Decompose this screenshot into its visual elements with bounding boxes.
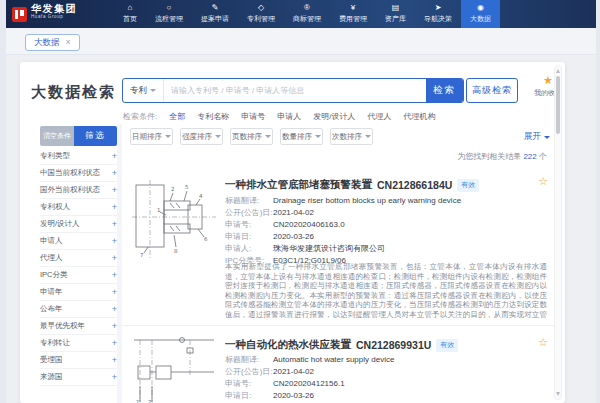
content-scrollbar[interactable] [554, 65, 562, 400]
scope-option-inventor[interactable]: 发明/设计人 [313, 111, 355, 122]
facet-application-year[interactable]: 申请年+ [40, 284, 117, 301]
process-icon [167, 4, 172, 12]
search-bar: 专利 检索 [122, 78, 464, 103]
result-fields: 标题翻译:Drainage riser bottom blocks up ear… [225, 195, 461, 267]
facet-publication-year[interactable]: 公布年+ [40, 301, 117, 318]
nav-item-navigation[interactable]: 导航决策 [415, 0, 461, 28]
nav-item-asset[interactable]: 资产库 [376, 0, 415, 28]
search-button[interactable]: 检索 [426, 79, 463, 102]
field-label: 申请日: [225, 390, 273, 402]
chevron-down-icon [544, 136, 550, 139]
facet-inventor[interactable]: 发明/设计人+ [40, 216, 117, 233]
result-title-link[interactable]: 一种排水立管底部堵塞预警装置 CN212866184U 有效 [225, 178, 479, 192]
main-nav: 首页 流程管理 提案申请 专利管理 商标管理 费用管理 [114, 0, 500, 28]
expand-label: 展开 [524, 131, 541, 143]
clear-conditions-button[interactable]: 清空条件 [40, 126, 74, 146]
scope-option-application-no[interactable]: 申请号 [241, 111, 265, 122]
chevron-down-icon [165, 135, 171, 138]
search-input[interactable] [164, 79, 426, 102]
facet-source-country[interactable]: 来源国+ [40, 369, 117, 386]
advanced-search-button[interactable]: 高级检索 [466, 78, 518, 103]
facet-foreign-legal-status[interactable]: 国外当前权利状态+ [40, 182, 117, 199]
scope-option-patent-name[interactable]: 专利名称 [197, 111, 229, 122]
facet-ipc-class[interactable]: IPC分类+ [40, 267, 117, 284]
scope-option-all[interactable]: 全部 [169, 111, 185, 122]
plus-icon[interactable]: + [112, 305, 117, 314]
plus-icon[interactable]: + [112, 169, 117, 178]
facet-applicant[interactable]: 申请人+ [40, 233, 117, 250]
plus-icon[interactable]: + [112, 152, 117, 161]
proposal-icon [212, 4, 219, 12]
plus-icon[interactable]: + [112, 373, 117, 382]
tab-bigdata[interactable]: 大数据 × [25, 34, 80, 51]
favorite-star-icon[interactable]: ☆ [538, 175, 548, 188]
sort-by-date[interactable]: 日期排序 [130, 128, 173, 145]
scope-option-agency[interactable]: 代理机构 [403, 111, 435, 122]
nav-label: 首页 [123, 14, 137, 24]
close-icon[interactable]: × [66, 38, 71, 47]
nav-label: 专利管理 [247, 14, 275, 24]
svg-text:1: 1 [157, 207, 161, 213]
patent-drawing-2: 12 [130, 332, 218, 403]
tab-label: 大数据 [34, 37, 60, 49]
facet-agent[interactable]: 代理人+ [40, 250, 117, 267]
plus-icon[interactable]: + [112, 271, 117, 280]
nav-item-bigdata[interactable]: 大数据 [461, 0, 500, 28]
result-title-link[interactable]: 一种自动化的热水供应装置 CN212869931U 有效 [225, 338, 458, 352]
brand-title: 华发集团 [31, 4, 77, 14]
nav-item-fee[interactable]: 费用管理 [330, 0, 376, 28]
brand-logo[interactable]: 华发集团 Huafa Group · · · · · · · · [0, 0, 102, 28]
facet-priority-year[interactable]: 最早优先权年+ [40, 318, 117, 335]
huafa-logo-icon [12, 7, 27, 22]
nav-item-trademark[interactable]: 商标管理 [284, 0, 330, 28]
expand-toggle[interactable]: 展开 [524, 131, 550, 143]
sort-by-quantity[interactable]: 数量排序 [280, 128, 323, 145]
filter-button[interactable]: 筛选 [74, 126, 117, 146]
field-value: Drainage riser bottom blocks up early wa… [273, 195, 461, 207]
favorite-star-icon[interactable]: ☆ [538, 336, 548, 349]
plus-icon[interactable]: + [112, 288, 117, 297]
facet-accepting-country[interactable]: 受理国+ [40, 352, 117, 369]
nav-label: 流程管理 [155, 14, 183, 24]
sort-by-strength[interactable]: 强度排序 [180, 128, 223, 145]
plus-icon[interactable]: + [112, 203, 117, 212]
plus-icon[interactable]: + [112, 186, 117, 195]
plus-icon[interactable]: + [112, 339, 117, 348]
plus-icon[interactable]: + [112, 220, 117, 229]
search-category-select[interactable]: 专利 [123, 79, 164, 102]
field-label: 公开(公告)日: [225, 207, 273, 219]
trademark-icon [304, 4, 310, 12]
facet-patentee[interactable]: 专利权人+ [40, 199, 117, 216]
sort-by-pages[interactable]: 页数排序 [230, 128, 273, 145]
open-tabs-bar: 大数据 × [0, 28, 600, 55]
plus-icon[interactable]: + [112, 356, 117, 365]
facet-label: 申请人 [40, 236, 63, 246]
facet-patent-transfer[interactable]: 专利转让+ [40, 335, 117, 352]
nav-item-process[interactable]: 流程管理 [146, 0, 192, 28]
plus-icon[interactable]: + [112, 237, 117, 246]
nav-label: 导航决策 [424, 14, 452, 24]
facet-cn-legal-status[interactable]: 中国当前权利状态+ [40, 165, 117, 182]
field-value: Automatic hot water supply device [273, 354, 394, 366]
nav-item-proposal[interactable]: 提案申请 [192, 0, 238, 28]
nav-item-patent[interactable]: 专利管理 [238, 0, 284, 28]
field-label: 申请号: [225, 219, 273, 231]
plus-icon[interactable]: + [112, 322, 117, 331]
nav-label: 大数据 [470, 14, 491, 24]
facet-patent-type[interactable]: 专利类型+ [40, 148, 117, 165]
scroll-up-arrow-icon[interactable] [556, 69, 560, 73]
sort-by-times[interactable]: 次数排序 [330, 128, 373, 145]
sort-label: 页数排序 [232, 132, 262, 142]
scrollbar-thumb[interactable] [556, 76, 560, 134]
results-count: 222 [523, 152, 536, 161]
results-summary: 为您找到相关结果 222 个 [457, 151, 547, 162]
search-category-value: 专利 [130, 85, 147, 97]
plus-icon[interactable]: + [112, 254, 117, 263]
nav-item-home[interactable]: 首页 [114, 0, 146, 28]
scope-option-applicant[interactable]: 申请人 [277, 111, 301, 122]
page-title: 大数据检索 [31, 83, 116, 102]
facet-label: 代理人 [40, 253, 63, 263]
asset-icon [392, 4, 400, 12]
scope-option-agent[interactable]: 代理人 [367, 111, 391, 122]
scroll-down-arrow-icon[interactable] [556, 392, 560, 396]
